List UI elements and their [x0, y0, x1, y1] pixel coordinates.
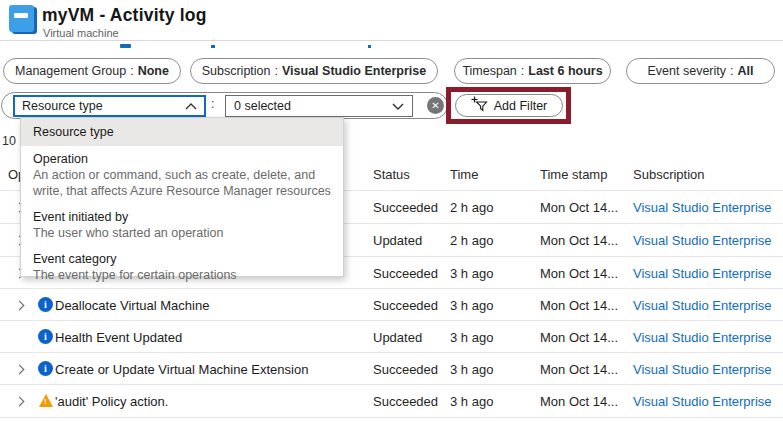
cropped-toolbar-icon: [368, 45, 371, 48]
pill-value: None: [138, 64, 169, 78]
row-time: 3 h ago: [450, 330, 493, 345]
filter-value-selected: 0 selected: [234, 99, 392, 113]
row-operation-name: Health Event Updated: [55, 330, 182, 345]
row-operation-name: Create or Update Virtual Machine Extensi…: [55, 362, 308, 377]
info-icon: i: [38, 361, 53, 376]
pill-separator: :: [275, 64, 278, 78]
row-status: Succeeded: [373, 298, 438, 313]
pill-value: Visual Studio Enterprise: [282, 64, 426, 78]
page-title: myVM - Activity log: [42, 5, 207, 26]
warning-icon: !: [39, 394, 53, 407]
dropdown-option-label: Event initiated by: [33, 209, 331, 225]
table-row[interactable]: ! 'audit' Policy action. Succeeded 3 h a…: [0, 385, 783, 417]
row-status: Succeeded: [373, 394, 438, 409]
filter-field-value: Resource type: [22, 99, 185, 113]
column-header-time: Time: [450, 167, 478, 182]
pill-separator: :: [130, 64, 133, 78]
pill-label: Management Group: [15, 64, 126, 78]
row-subscription-link[interactable]: Visual Studio Enterprise: [633, 330, 772, 345]
filter-pill-management-group[interactable]: Management Group : None: [3, 58, 181, 84]
row-subscription-link[interactable]: Visual Studio Enterprise: [633, 362, 772, 377]
table-row[interactable]: i Create or Update Virtual Machine Exten…: [0, 353, 783, 385]
row-time: 3 h ago: [450, 362, 493, 377]
chevron-down-icon: [392, 103, 404, 110]
activity-log-icon: [9, 5, 34, 32]
pill-separator: :: [730, 64, 733, 78]
row-status: Updated: [373, 233, 422, 248]
filter-field-dropdown-callout: Resource type Operation An action or com…: [20, 117, 344, 277]
dropdown-option-event-category[interactable]: Event category The event type for certai…: [21, 246, 343, 288]
row-subscription-link[interactable]: Visual Studio Enterprise: [633, 233, 772, 248]
row-time: 2 h ago: [450, 200, 493, 215]
column-header-time-stamp: Time stamp: [540, 167, 607, 182]
row-subscription-link[interactable]: Visual Studio Enterprise: [633, 394, 772, 409]
row-time: 3 h ago: [450, 298, 493, 313]
cropped-toolbar-icon: [120, 44, 131, 48]
pill-separator: :: [521, 64, 524, 78]
dropdown-option-label: Resource type: [33, 124, 331, 140]
row-subscription-link[interactable]: Visual Studio Enterprise: [633, 200, 772, 215]
column-header-subscription: Subscription: [633, 167, 705, 182]
row-subscription-link[interactable]: Visual Studio Enterprise: [633, 266, 772, 281]
row-timestamp: Mon Oct 14...: [540, 233, 618, 248]
row-time: 3 h ago: [450, 266, 493, 281]
header-divider: [0, 40, 783, 41]
filter-value-dropdown[interactable]: 0 selected: [225, 95, 413, 117]
pill-value: Last 6 hours: [528, 64, 602, 78]
pill-label: Timespan: [462, 64, 516, 78]
expand-chevron-icon[interactable]: [15, 365, 25, 375]
table-row[interactable]: i Health Event Updated Updated 3 h ago M…: [0, 321, 783, 353]
dropdown-option-operation[interactable]: Operation An action or command, such as …: [21, 146, 343, 204]
expand-chevron-icon[interactable]: [15, 397, 25, 407]
row-status: Updated: [373, 330, 422, 345]
row-operation-name: Deallocate Virtual Machine: [55, 298, 209, 313]
activity-log-page: myVM - Activity log Virtual machine Mana…: [0, 0, 783, 422]
row-status: Succeeded: [373, 266, 438, 281]
dropdown-option-label: Operation: [33, 151, 331, 167]
add-filter-button[interactable]: Add Filter: [455, 94, 563, 117]
column-header-status: Status: [373, 167, 410, 182]
row-timestamp: Mon Oct 14...: [540, 394, 618, 409]
activity-log-icon-bar: [14, 13, 28, 18]
info-icon: i: [38, 297, 53, 312]
pill-value: All: [738, 64, 754, 78]
table-row[interactable]: i Deallocate Virtual Machine Succeeded 3…: [0, 289, 783, 321]
page-subtitle: Virtual machine: [43, 27, 119, 39]
row-timestamp: Mon Oct 14...: [540, 298, 618, 313]
filter-pill-timespan[interactable]: Timespan : Last 6 hours: [454, 58, 611, 84]
row-status: Succeeded: [373, 362, 438, 377]
dropdown-option-label: Event category: [33, 251, 331, 267]
chevron-up-icon: [185, 103, 197, 110]
warning-exclamation: !: [44, 397, 47, 407]
row-operation-name: 'audit' Policy action.: [55, 394, 168, 409]
add-filter-icon: [471, 96, 488, 115]
pill-label: Subscription: [202, 64, 271, 78]
row-timestamp: Mon Oct 14...: [540, 266, 618, 281]
table-divider: [0, 417, 783, 418]
cropped-toolbar-icon: [211, 45, 215, 48]
pill-label: Event severity: [648, 64, 727, 78]
dropdown-option-description: An action or command, such as create, de…: [33, 167, 331, 199]
remove-filter-button[interactable]: ✕: [427, 97, 444, 114]
dropdown-option-event-initiated-by[interactable]: Event initiated by The user who started …: [21, 204, 343, 246]
row-timestamp: Mon Oct 14...: [540, 330, 618, 345]
dropdown-option-description: The event type for certain operations: [33, 267, 331, 283]
filter-separator: :: [211, 97, 214, 111]
dropdown-option-description: The user who started an operation: [33, 225, 331, 241]
row-status: Succeeded: [373, 200, 438, 215]
row-timestamp: Mon Oct 14...: [540, 200, 618, 215]
expand-chevron-icon[interactable]: [15, 301, 25, 311]
filter-pill-subscription[interactable]: Subscription : Visual Studio Enterprise: [190, 58, 438, 84]
info-icon: i: [38, 329, 53, 344]
row-time: 3 h ago: [450, 394, 493, 409]
filter-pill-event-severity[interactable]: Event severity : All: [626, 58, 775, 84]
dropdown-option-resource-type[interactable]: Resource type: [21, 118, 343, 146]
add-filter-label: Add Filter: [494, 99, 548, 113]
row-time: 2 h ago: [450, 233, 493, 248]
row-subscription-link[interactable]: Visual Studio Enterprise: [633, 298, 772, 313]
filter-field-combobox[interactable]: Resource type: [13, 95, 206, 117]
row-timestamp: Mon Oct 14...: [540, 362, 618, 377]
